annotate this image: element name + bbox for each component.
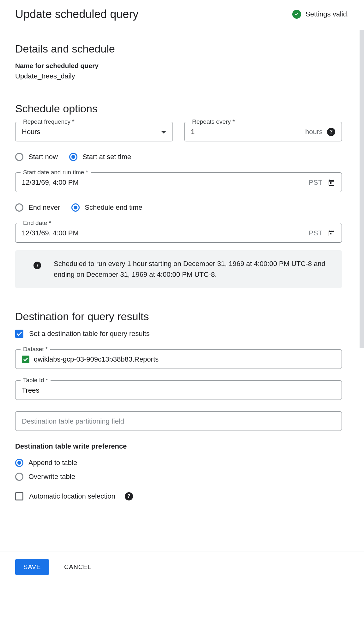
footer-actions: SAVE CANCEL <box>0 551 364 590</box>
start-set-time-radio[interactable]: Start at set time <box>69 153 131 161</box>
repeat-frequency-value: Hours <box>22 128 40 136</box>
start-now-radio[interactable]: Start now <box>15 153 58 161</box>
partition-input[interactable] <box>22 417 335 425</box>
end-radio-group: End never Schedule end time <box>15 203 342 212</box>
calendar-icon[interactable] <box>328 179 335 186</box>
settings-status: Settings valid. <box>292 10 349 19</box>
set-destination-label: Set a destination table for query result… <box>29 330 150 338</box>
radio-icon <box>69 153 77 161</box>
schedule-summary-box: i Scheduled to run every 1 hour starting… <box>15 250 342 288</box>
scrollbar[interactable] <box>358 30 364 348</box>
details-heading: Details and schedule <box>15 43 342 55</box>
table-id-input[interactable] <box>22 386 335 394</box>
start-tz: PST <box>309 178 323 187</box>
schedule-end-time-label: Schedule end time <box>85 203 142 212</box>
schedule-end-time-radio[interactable]: Schedule end time <box>71 203 142 212</box>
destination-heading: Destination for query results <box>15 310 342 323</box>
append-to-table-radio[interactable]: Append to table <box>15 459 342 467</box>
dataset-valid-icon <box>22 356 29 363</box>
chevron-down-icon <box>161 128 166 136</box>
status-text: Settings valid. <box>306 10 349 18</box>
auto-location-label: Automatic location selection <box>29 492 115 500</box>
radio-icon <box>15 203 23 212</box>
checkbox-checked-icon <box>15 330 23 338</box>
repeat-frequency-select[interactable]: Repeat frequency * Hours <box>15 122 173 141</box>
repeat-frequency-label: Repeat frequency * <box>21 118 77 125</box>
write-preference-heading: Destination table write preference <box>15 442 342 450</box>
repeats-every-field[interactable]: Repeats every * hours ? <box>184 122 342 141</box>
radio-icon <box>71 203 80 212</box>
start-radio-group: Start now Start at set time <box>15 153 342 161</box>
dataset-field[interactable]: Dataset * qwiklabs-gcp-03-909c13b38b83.R… <box>15 349 342 369</box>
help-icon[interactable]: ? <box>327 128 335 136</box>
repeats-every-unit: hours <box>305 128 323 136</box>
schedule-summary-text: Scheduled to run every 1 hour starting o… <box>54 258 332 280</box>
query-name-label: Name for scheduled query <box>15 62 342 70</box>
start-datetime-value: 12/31/69, 4:00 PM <box>22 178 79 187</box>
help-icon[interactable]: ? <box>125 492 133 500</box>
overwrite-table-radio[interactable]: Overwrite table <box>15 473 342 481</box>
overwrite-label: Overwrite table <box>28 473 75 481</box>
dataset-value: qwiklabs-gcp-03-909c13b38b83.Reports <box>34 355 159 363</box>
repeats-every-input[interactable] <box>191 128 210 136</box>
end-never-radio[interactable]: End never <box>15 203 60 212</box>
dataset-label: Dataset * <box>21 346 50 353</box>
start-datetime-field[interactable]: Start date and run time * 12/31/69, 4:00… <box>15 172 342 192</box>
check-circle-icon <box>292 10 301 19</box>
calendar-icon[interactable] <box>328 229 335 237</box>
page-title: Update scheduled query <box>15 8 138 21</box>
radio-icon <box>15 153 23 161</box>
checkbox-unchecked-icon <box>15 492 23 500</box>
start-set-time-label: Start at set time <box>82 153 131 161</box>
table-id-label: Table Id * <box>21 377 51 384</box>
end-never-label: End never <box>28 203 60 212</box>
save-button[interactable]: SAVE <box>15 559 49 575</box>
info-icon: i <box>33 262 41 269</box>
repeats-every-label: Repeats every * <box>190 118 237 125</box>
cancel-button[interactable]: CANCEL <box>64 563 91 571</box>
query-name-value: Update_trees_daily <box>15 72 342 80</box>
end-date-field[interactable]: End date * 12/31/69, 4:00 PM PST <box>15 223 342 243</box>
start-now-label: Start now <box>28 153 58 161</box>
radio-icon <box>15 473 23 481</box>
scrollbar-thumb[interactable] <box>360 30 364 348</box>
set-destination-checkbox-row[interactable]: Set a destination table for query result… <box>15 330 342 338</box>
end-date-value: 12/31/69, 4:00 PM <box>22 229 79 237</box>
table-id-field[interactable]: Table Id * <box>15 380 342 400</box>
page-header: Update scheduled query Settings valid. <box>0 0 364 30</box>
partition-field[interactable] <box>15 411 342 431</box>
radio-icon <box>15 459 23 467</box>
append-label: Append to table <box>28 459 77 467</box>
auto-location-checkbox-row[interactable]: Automatic location selection ? <box>15 492 342 500</box>
schedule-heading: Schedule options <box>15 102 342 115</box>
end-tz: PST <box>309 229 323 237</box>
end-date-label: End date * <box>21 220 54 227</box>
start-datetime-label: Start date and run time * <box>21 169 91 176</box>
